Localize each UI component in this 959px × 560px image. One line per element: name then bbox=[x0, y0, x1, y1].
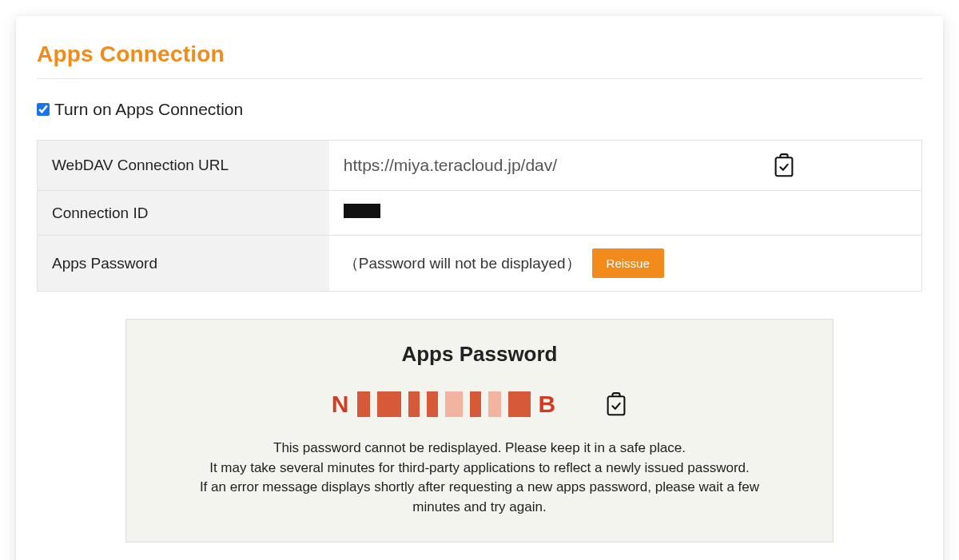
pw-mask-block bbox=[488, 391, 501, 417]
panel-title: Apps Password bbox=[150, 342, 809, 367]
toggle-label: Turn on Apps Connection bbox=[54, 100, 243, 119]
pw-char-last: B bbox=[538, 391, 557, 418]
pw-char-first: N bbox=[332, 391, 351, 418]
row-apps-password: Apps Password （Password will not be disp… bbox=[38, 236, 922, 292]
pw-mask-block bbox=[408, 391, 420, 417]
apps-pw-value-cell: （Password will not be displayed） Reissue bbox=[329, 236, 922, 292]
panel-note-1: This password cannot be redisplayed. Ple… bbox=[273, 440, 686, 455]
apps-password-panel: Apps Password N B This password ca bbox=[125, 319, 834, 542]
pw-mask-block bbox=[508, 391, 531, 417]
apps-pw-label: Apps Password bbox=[38, 236, 329, 292]
reissue-button[interactable]: Reissue bbox=[592, 248, 664, 278]
panel-note: This password cannot be redisplayed. Ple… bbox=[177, 439, 782, 518]
apps-pw-note: （Password will not be displayed） bbox=[344, 253, 581, 274]
svg-rect-1 bbox=[608, 396, 625, 415]
webdav-label: WebDAV Connection URL bbox=[38, 141, 329, 191]
pw-mask-block bbox=[470, 391, 481, 417]
pw-mask-block bbox=[427, 391, 438, 417]
toggle-row: Turn on Apps Connection bbox=[37, 100, 922, 119]
webdav-value-cell: https://miya.teracloud.jp/dav/ bbox=[329, 141, 922, 191]
password-redacted: N B bbox=[332, 391, 557, 418]
toggle-apps-connection[interactable] bbox=[37, 103, 50, 116]
page-title: Apps Connection bbox=[37, 42, 922, 79]
password-display: N B bbox=[150, 391, 809, 418]
settings-card: Apps Connection Turn on Apps Connection … bbox=[16, 16, 943, 560]
connid-label: Connection ID bbox=[38, 191, 329, 236]
row-connection-id: Connection ID bbox=[38, 191, 922, 236]
settings-table: WebDAV Connection URL https://miya.terac… bbox=[37, 140, 922, 292]
pw-mask-block bbox=[357, 391, 370, 417]
row-webdav: WebDAV Connection URL https://miya.terac… bbox=[38, 141, 922, 191]
clipboard-icon[interactable] bbox=[605, 392, 627, 416]
pw-mask-block bbox=[445, 391, 463, 417]
connid-value-cell bbox=[329, 191, 922, 236]
svg-rect-0 bbox=[776, 157, 793, 176]
clipboard-icon[interactable] bbox=[773, 153, 795, 177]
connid-redacted bbox=[344, 204, 380, 218]
panel-note-2: It may take several minutes for third-pa… bbox=[209, 460, 750, 475]
panel-note-3: If an error message displays shortly aft… bbox=[200, 479, 759, 514]
webdav-url: https://miya.teracloud.jp/dav/ bbox=[344, 156, 557, 175]
pw-mask-block bbox=[377, 391, 401, 417]
